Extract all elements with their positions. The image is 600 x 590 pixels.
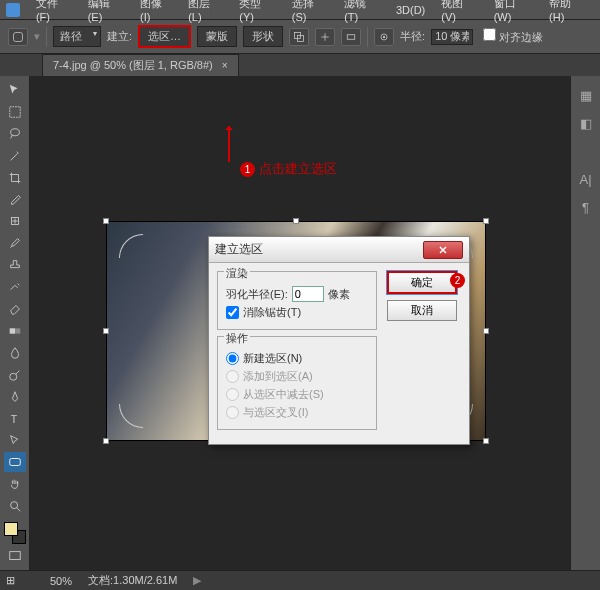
type-tool-icon[interactable]: T: [4, 409, 26, 429]
svg-point-5: [383, 35, 385, 37]
menu-image[interactable]: 图像(I): [132, 0, 180, 23]
panel-icon[interactable]: ◧: [577, 114, 595, 132]
svg-point-11: [9, 373, 16, 380]
pen-tool-icon[interactable]: [4, 387, 26, 407]
toolbox: T: [0, 76, 30, 570]
cancel-button[interactable]: 取消: [387, 300, 457, 321]
ok-button[interactable]: 确定: [387, 271, 457, 294]
op-new-label: 新建选区(N): [243, 351, 302, 366]
stamp-tool-icon[interactable]: [4, 255, 26, 275]
transform-handle[interactable]: [293, 218, 299, 224]
gradient-tool-icon[interactable]: [4, 321, 26, 341]
menu-select[interactable]: 选择(S): [284, 0, 336, 23]
op-sub-label: 从选区中减去(S): [243, 387, 324, 402]
canvas-area[interactable]: 1 点击建立选区 建立选区 渲染: [30, 76, 570, 570]
menu-help[interactable]: 帮助(H): [541, 0, 594, 23]
radius-input[interactable]: [431, 29, 473, 45]
transform-handle[interactable]: [483, 218, 489, 224]
menu-file[interactable]: 文件(F): [28, 0, 80, 23]
menu-edit[interactable]: 编辑(E): [80, 0, 132, 23]
transform-handle[interactable]: [483, 328, 489, 334]
zoom-level[interactable]: 50%: [50, 575, 72, 587]
transform-handle[interactable]: [103, 218, 109, 224]
align-edges-checkbox[interactable]: 对齐边缘: [483, 28, 543, 45]
svg-rect-0: [14, 32, 23, 41]
crop-tool-icon[interactable]: [4, 168, 26, 188]
doc-size[interactable]: 文档:1.30M/2.61M: [88, 573, 177, 588]
transform-handle[interactable]: [103, 328, 109, 334]
make-selection-dialog: 建立选区 渲染 羽化半径(E): 像素: [208, 236, 470, 445]
dialog-close-button[interactable]: [423, 241, 463, 259]
annotation-arrow: [228, 126, 230, 162]
rounded-rect-tool-icon[interactable]: [4, 452, 26, 472]
eyedropper-tool-icon[interactable]: [4, 190, 26, 210]
paragraph-panel-icon[interactable]: ¶: [577, 198, 595, 216]
feather-label: 羽化半径(E):: [226, 287, 288, 302]
eraser-tool-icon[interactable]: [4, 299, 26, 319]
workarea: T 1 点击建立选区 建立选区: [0, 76, 600, 570]
close-icon[interactable]: ×: [222, 60, 228, 71]
dialog-titlebar[interactable]: 建立选区: [209, 237, 469, 263]
make-shape-button[interactable]: 形状: [243, 26, 283, 47]
svg-rect-13: [9, 459, 20, 466]
rounded-corner-indicator: [119, 404, 143, 428]
heal-tool-icon[interactable]: [4, 211, 26, 231]
svg-rect-10: [9, 328, 14, 333]
history-brush-icon[interactable]: [4, 277, 26, 297]
marquee-tool-icon[interactable]: [4, 102, 26, 122]
screen-mode-icon[interactable]: [4, 546, 26, 566]
right-panel-dock: ▦ ◧ A| ¶: [570, 76, 600, 570]
path-align-icon[interactable]: [315, 28, 335, 46]
separator: [367, 27, 368, 47]
menu-3d[interactable]: 3D(D): [388, 4, 433, 16]
separator: [46, 27, 47, 47]
operation-fieldset: 操作 新建选区(N) 添加到选区(A) 从选区中减去(S) 与选区交叉(I): [217, 336, 377, 430]
annotation-text: 点击建立选区: [259, 160, 337, 178]
chevron-right-icon[interactable]: ▶: [193, 574, 201, 587]
path-mode-dropdown[interactable]: 路径: [53, 26, 101, 47]
rounded-corner-indicator: [119, 234, 143, 258]
transform-handle[interactable]: [103, 438, 109, 444]
wand-tool-icon[interactable]: [4, 146, 26, 166]
panel-icon[interactable]: ▦: [577, 86, 595, 104]
svg-point-7: [10, 129, 19, 136]
op-add-radio: [226, 370, 239, 383]
lasso-tool-icon[interactable]: [4, 124, 26, 144]
svg-rect-6: [9, 107, 20, 118]
op-new-radio[interactable]: [226, 352, 239, 365]
brush-tool-icon[interactable]: [4, 233, 26, 253]
annotation-1: 1 点击建立选区: [240, 160, 337, 178]
antialias-checkbox[interactable]: [226, 306, 239, 319]
op-int-label: 与选区交叉(I): [243, 405, 308, 420]
feather-input[interactable]: [292, 286, 324, 302]
menu-filter[interactable]: 滤镜(T): [336, 0, 388, 23]
blur-tool-icon[interactable]: [4, 343, 26, 363]
make-selection-button[interactable]: 选区…: [138, 25, 191, 48]
make-mask-button[interactable]: 蒙版: [197, 26, 237, 47]
build-label: 建立:: [107, 29, 132, 44]
dodge-tool-icon[interactable]: [4, 365, 26, 385]
annotation-number-icon: 1: [240, 162, 255, 177]
svg-rect-15: [9, 552, 20, 560]
path-arrange-icon[interactable]: [341, 28, 361, 46]
svg-text:T: T: [10, 412, 17, 424]
color-swatch[interactable]: [4, 522, 26, 544]
path-select-icon[interactable]: [4, 431, 26, 451]
tool-preset-icon[interactable]: [8, 28, 28, 46]
character-panel-icon[interactable]: A|: [577, 170, 595, 188]
menubar: 文件(F) 编辑(E) 图像(I) 图层(L) 类型(Y) 选择(S) 滤镜(T…: [0, 0, 600, 20]
app-logo-icon: [6, 3, 20, 17]
path-op-icon[interactable]: [289, 28, 309, 46]
antialias-label: 消除锯齿(T): [243, 305, 301, 320]
hand-tool-icon[interactable]: [4, 474, 26, 494]
menu-layer[interactable]: 图层(L): [180, 0, 231, 23]
feather-unit: 像素: [328, 287, 350, 302]
zoom-tool-icon[interactable]: [4, 496, 26, 516]
move-tool-icon[interactable]: [4, 80, 26, 100]
menu-view[interactable]: 视图(V): [433, 0, 485, 23]
menu-type[interactable]: 类型(Y): [231, 0, 283, 23]
gear-icon[interactable]: [374, 28, 394, 46]
menu-window[interactable]: 窗口(W): [486, 0, 541, 23]
transform-handle[interactable]: [483, 438, 489, 444]
document-tab[interactable]: 7-4.jpg @ 50% (图层 1, RGB/8#) ×: [42, 54, 239, 76]
